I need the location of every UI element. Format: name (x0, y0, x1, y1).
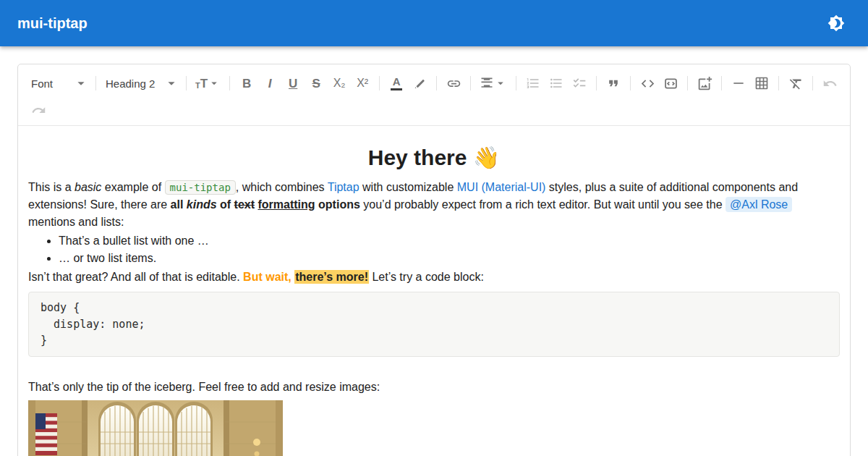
checklist-icon (572, 76, 587, 90)
code-button[interactable] (636, 72, 659, 95)
add-image-icon (697, 76, 712, 91)
text-color-icon: A (391, 76, 402, 90)
strikethrough-button[interactable]: S (305, 72, 328, 95)
toolbar-divider (516, 76, 516, 90)
table-icon (754, 76, 769, 90)
checklist-button[interactable] (568, 72, 591, 95)
paragraph-3: That’s only the tip of the iceberg. Feel… (28, 379, 840, 396)
bullet-list-button[interactable] (545, 72, 568, 95)
italic-icon: I (268, 77, 272, 90)
text-segment: kinds (187, 198, 217, 211)
align-center-icon (480, 76, 494, 90)
strikethrough-icon: S (312, 77, 320, 90)
ordered-list-button[interactable] (522, 72, 545, 95)
code-block: body { display: none; } (28, 292, 840, 357)
text-segment: example of (101, 181, 164, 193)
bold-icon: B (242, 77, 251, 90)
list-item: That’s a bullet list with one … (59, 232, 840, 250)
text-segment: all (171, 198, 187, 211)
font-family-select[interactable]: Font (27, 72, 90, 95)
toolbar-divider (229, 76, 230, 90)
editor-toolbar: Font Heading 2 TT B I U S X₂ (18, 64, 850, 126)
subscript-icon: X₂ (333, 77, 346, 89)
document-heading: Hey there 👋 (28, 145, 840, 170)
link-button[interactable] (442, 72, 465, 95)
toolbar-divider (95, 76, 96, 90)
toolbar-row-2 (27, 98, 841, 122)
clear-formatting-button[interactable] (784, 72, 807, 95)
tiptap-link[interactable]: Tiptap (328, 181, 359, 193)
highlight-button[interactable] (408, 72, 431, 95)
text-segment: Isn’t that great? And all of that is edi… (28, 271, 243, 283)
chevron-down-icon (494, 77, 507, 90)
code-block-icon (663, 76, 678, 91)
text-segment: But wait, (243, 271, 294, 283)
toolbar-divider (812, 76, 813, 90)
toolbar-divider (470, 76, 471, 90)
code-block-button[interactable] (659, 72, 682, 95)
paragraph-2: Isn’t that great? And all of that is edi… (28, 269, 840, 286)
horizontal-rule-icon (731, 76, 746, 90)
font-family-select-value: Font (31, 77, 53, 90)
page-body: Font Heading 2 TT B I U S X₂ (0, 46, 868, 456)
blockquote-icon (606, 76, 621, 90)
grand-central-image[interactable] (28, 400, 283, 456)
bold-button[interactable]: B (235, 72, 258, 95)
undo-icon (822, 76, 838, 91)
ordered-list-icon (526, 76, 540, 90)
toolbar-divider (186, 76, 187, 90)
toolbar-divider (630, 76, 631, 90)
list-item: … or two list items. (59, 250, 840, 267)
toolbar-divider (687, 76, 688, 90)
underline-icon: U (289, 77, 297, 90)
clear-formatting-icon (788, 76, 804, 91)
chevron-down-icon (208, 77, 221, 90)
toolbar-divider (379, 76, 380, 90)
subscript-button[interactable]: X₂ (328, 72, 351, 95)
insert-image-button[interactable] (693, 72, 716, 95)
text-segment: This is a (28, 181, 75, 193)
text-segment: Let’s try a code block: (369, 271, 484, 283)
chevron-down-icon (73, 75, 89, 91)
underline-button[interactable]: U (281, 72, 305, 95)
text-segment: with customizable (359, 181, 457, 193)
rich-text-editor: Font Heading 2 TT B I U S X₂ (17, 64, 851, 456)
text-segment: basic (75, 181, 101, 193)
highlighted-text: there’s more! (294, 270, 369, 284)
heading-select[interactable]: Heading 2 (101, 72, 181, 95)
mention-chip[interactable]: @Axl Rose (726, 197, 792, 212)
redo-icon (31, 103, 46, 118)
heading-select-value: Heading 2 (106, 77, 155, 90)
toolbar-divider (436, 76, 437, 90)
chevron-down-icon (163, 75, 179, 91)
blockquote-button[interactable] (602, 72, 625, 95)
text-segment: options (315, 198, 360, 211)
text-segment: you’d probably expect from a rich text e… (360, 198, 726, 211)
app-title: mui-tiptap (17, 15, 822, 32)
text-color-button[interactable]: A (385, 72, 408, 95)
highlighter-icon (412, 76, 427, 90)
bullet-list: That’s a bullet list with one … … or two… (28, 232, 840, 267)
table-button[interactable] (750, 72, 773, 95)
font-size-icon: TT (195, 77, 208, 90)
redo-button[interactable] (27, 98, 50, 122)
text-segment: , which combines (236, 181, 328, 193)
theme-toggle-button[interactable] (822, 9, 851, 38)
font-size-button[interactable]: TT (192, 72, 224, 95)
editor-content[interactable]: Hey there 👋 This is a basic example of m… (18, 126, 850, 456)
superscript-icon: X² (357, 77, 368, 89)
app-bar: mui-tiptap (0, 0, 868, 46)
horizontal-rule-button[interactable] (727, 72, 750, 95)
mui-link[interactable]: MUI (Material-UI) (457, 181, 546, 193)
text-segment: text (234, 198, 255, 211)
toolbar-divider (778, 76, 779, 90)
code-icon (640, 76, 655, 91)
superscript-button[interactable]: X² (351, 72, 374, 95)
text-segment: formatting (258, 198, 315, 211)
text-segment: of (217, 198, 234, 211)
italic-button[interactable]: I (258, 72, 281, 95)
toolbar-divider (596, 76, 597, 90)
inline-code: mui-tiptap (165, 180, 236, 195)
undo-button[interactable] (818, 72, 841, 95)
align-button[interactable] (476, 72, 511, 95)
